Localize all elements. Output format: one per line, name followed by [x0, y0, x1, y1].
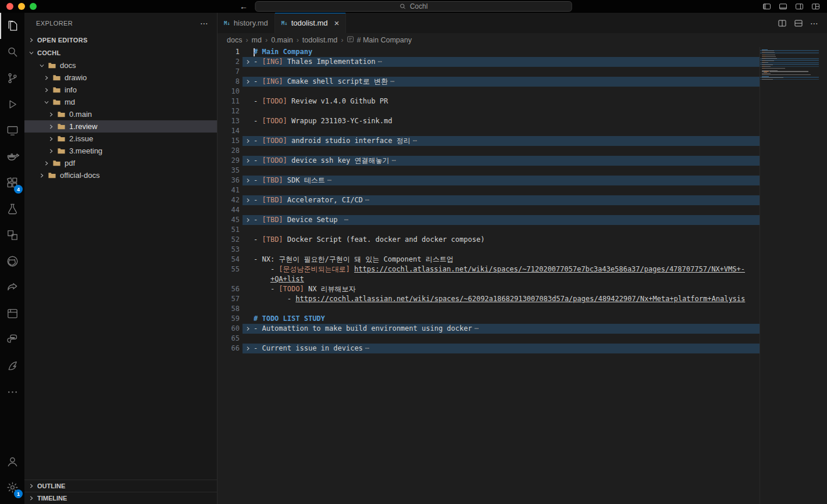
line-content[interactable]: # TODO LIST STUDY	[254, 314, 760, 324]
outline-section[interactable]: OUTLINE	[24, 480, 217, 492]
toggle-panel-bottom-icon[interactable]	[779, 2, 787, 11]
accounts-icon[interactable]	[0, 448, 24, 474]
fold-chevron-icon[interactable]	[243, 195, 254, 205]
line-content[interactable]: +QA+list	[254, 274, 760, 284]
fold-chevron-icon[interactable]	[243, 344, 254, 353]
folded-region-ellipsis[interactable]: ⋯	[365, 196, 369, 204]
line-content[interactable]	[254, 87, 760, 96]
link[interactable]: +QA+list	[270, 275, 304, 283]
breadcrumb-item[interactable]: # Main Company	[347, 35, 412, 45]
split-editor-icon[interactable]	[778, 19, 787, 28]
command-center-search[interactable]: Cochl	[255, 1, 572, 12]
github-icon[interactable]	[0, 248, 24, 274]
settings-gear-icon[interactable]: 1	[0, 474, 24, 501]
breadcrumb-item[interactable]: todolist.md	[302, 36, 337, 44]
line-content[interactable]: - [TODO] device ssh key 연결해놓기⋯	[254, 156, 760, 166]
timeline-section[interactable]: TIMELINE	[24, 492, 217, 504]
line-content[interactable]: - Current issue in devices⋯	[254, 344, 760, 353]
live-share-icon[interactable]	[0, 274, 24, 301]
remote-explorer-icon[interactable]	[0, 117, 24, 144]
line-content[interactable]: - [TODO] NX 리뷰해보자	[254, 284, 760, 294]
minimize-window-button[interactable]	[18, 3, 25, 10]
tree-item-docs[interactable]: docs	[24, 59, 217, 72]
fold-chevron-icon[interactable]	[243, 215, 254, 225]
tree-item-1.review[interactable]: 1.review	[24, 120, 217, 133]
line-content[interactable]: - NX: 구현이 필요한/구현이 돼 있는 Component 리스트업	[254, 255, 760, 264]
scrollbar[interactable]	[819, 47, 827, 504]
folded-region-ellipsis[interactable]: ⋯	[391, 156, 395, 165]
fold-chevron-icon[interactable]	[243, 156, 254, 166]
fold-chevron-icon[interactable]	[243, 57, 254, 67]
line-content[interactable]: - [TODO] android studio interface 정리⋯	[254, 136, 760, 146]
workspace-section[interactable]: COCHL	[24, 47, 217, 59]
tree-item-pdf[interactable]: pdf	[24, 157, 217, 169]
line-content[interactable]	[254, 67, 760, 77]
folded-region-ellipsis[interactable]: ⋯	[413, 137, 417, 145]
folded-region-ellipsis[interactable]: ⋯	[378, 58, 382, 66]
line-content[interactable]: - [TBD] Docker Script (feat. docker and …	[254, 235, 760, 245]
close-window-button[interactable]	[6, 3, 13, 10]
folded-region-ellipsis[interactable]: ⋯	[327, 176, 331, 184]
extensions-icon[interactable]: 4	[0, 170, 24, 196]
toggle-sidebar-left-icon[interactable]	[762, 2, 771, 11]
toggle-sidebar-right-icon[interactable]	[795, 2, 804, 11]
line-content[interactable]	[254, 185, 760, 195]
breadcrumb-item[interactable]: md	[252, 36, 262, 44]
breadcrumb-item[interactable]: docs	[227, 36, 242, 44]
maximize-window-button[interactable]	[30, 3, 37, 10]
customize-layout-icon[interactable]	[811, 2, 820, 11]
fold-chevron-icon[interactable]	[243, 77, 254, 87]
more-icon[interactable]	[0, 379, 24, 405]
tree-item-2.issue[interactable]: 2.issue	[24, 133, 217, 145]
folded-region-ellipsis[interactable]: ⋯	[365, 344, 369, 352]
tree-item-3.meeting[interactable]: 3.meeting	[24, 145, 217, 157]
open-editors-section[interactable]: OPEN EDITORS	[24, 34, 217, 47]
line-content[interactable]	[254, 146, 760, 156]
testing-icon[interactable]	[0, 196, 24, 222]
line-content[interactable]	[254, 304, 760, 314]
line-content[interactable]	[254, 166, 760, 176]
explorer-icon[interactable]	[0, 13, 24, 39]
tab-history.md[interactable]: M↓history.md	[218, 13, 275, 33]
tree-item-0.main[interactable]: 0.main	[24, 108, 217, 120]
line-content[interactable]: - [문성남준비되는대로] https://cochl.atlassian.ne…	[254, 264, 760, 274]
source-control-icon[interactable]	[0, 65, 24, 91]
line-content[interactable]	[254, 225, 760, 235]
line-content[interactable]: - [TODO] Review v1.4.0 Github PR	[254, 96, 760, 106]
line-content[interactable]: - [ING] Cmake shell script로 변환⋯	[254, 77, 760, 87]
editor-layout-icon[interactable]	[794, 19, 803, 28]
fold-chevron-icon[interactable]	[243, 136, 254, 146]
back-arrow-icon[interactable]: ←	[240, 2, 248, 11]
line-content[interactable]	[254, 205, 760, 215]
tab-todolist.md[interactable]: M↓todolist.md×	[275, 13, 346, 33]
folded-region-ellipsis[interactable]: ⋯	[390, 77, 394, 85]
tree-item-info[interactable]: info	[24, 84, 217, 96]
minimap[interactable]	[760, 47, 819, 504]
line-content[interactable]	[254, 126, 760, 136]
tree-item-md[interactable]: md	[24, 96, 217, 108]
line-content[interactable]: - [TODO] Wrapup 231103-YC-sink.md	[254, 116, 760, 126]
run-debug-icon[interactable]	[0, 91, 24, 117]
line-content[interactable]: - Automattion to make build environment …	[254, 324, 760, 334]
folded-region-ellipsis[interactable]: ⋯	[344, 216, 348, 224]
symbols-icon[interactable]	[0, 222, 24, 248]
snippets-icon[interactable]	[0, 301, 24, 327]
tree-item-official-docs[interactable]: official-docs	[24, 169, 217, 181]
breadcrumb-item[interactable]: 0.main	[271, 36, 293, 44]
link[interactable]: https://cochl.atlassian.net/wiki/spaces/…	[295, 295, 745, 303]
docker-icon[interactable]	[0, 144, 24, 170]
line-content[interactable]	[254, 106, 760, 116]
line-content[interactable]	[254, 245, 760, 255]
fold-chevron-icon[interactable]	[243, 324, 254, 334]
tree-item-drawio[interactable]: drawio	[24, 72, 217, 84]
explorer-more-actions-icon[interactable]: ⋯	[200, 19, 209, 28]
link[interactable]: https://cochl.atlassian.net/wiki/spaces/…	[354, 265, 745, 273]
line-content[interactable]: - [TBD] SDK 테스트⋯	[254, 176, 760, 185]
python-icon[interactable]	[0, 327, 24, 353]
line-content[interactable]: - [TBD] Device Setup ⋯	[254, 215, 760, 225]
folded-region-ellipsis[interactable]: ⋯	[475, 324, 479, 333]
line-content[interactable]	[254, 334, 760, 344]
custom-extension-icon[interactable]	[0, 353, 24, 379]
search-icon[interactable]	[0, 39, 24, 65]
line-content[interactable]: - https://cochl.atlassian.net/wiki/space…	[254, 294, 760, 304]
